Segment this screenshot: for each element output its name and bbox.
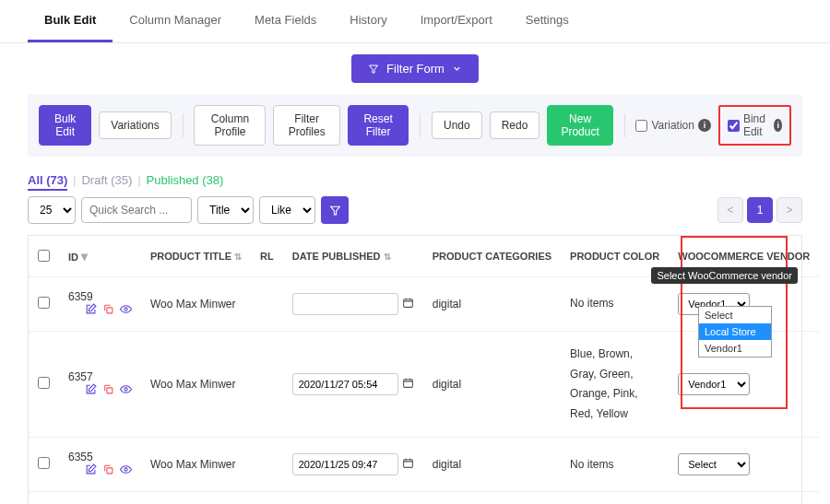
- table-row: 6355Woo Max MinwerdigitalNo itemsSelect: [29, 438, 819, 492]
- row-title[interactable]: Woo Max Minwer: [141, 438, 251, 492]
- col-vendor[interactable]: WOOCOMMERCE VENDOR: [678, 251, 810, 262]
- col-rl[interactable]: RL: [260, 251, 274, 262]
- per-page-select[interactable]: 25: [28, 196, 76, 224]
- col-date[interactable]: DATE PUBLISHED: [292, 251, 381, 262]
- row-category[interactable]: digital: [423, 438, 561, 492]
- variation-label: Variation: [651, 119, 694, 132]
- row-title[interactable]: Woo Max Minwer: [141, 277, 251, 332]
- pager-top: < 1 >: [717, 197, 802, 223]
- svg-point-3: [125, 308, 127, 311]
- fcol-rl: RL: [251, 492, 283, 504]
- variations-button[interactable]: Variations: [99, 111, 171, 139]
- title-select[interactable]: Title: [197, 196, 254, 224]
- info-icon[interactable]: i: [698, 119, 711, 132]
- bind-edit-label: Bind Edit: [743, 112, 770, 138]
- vendor-tooltip: Select WooCommerce vendor: [651, 267, 798, 284]
- copy-icon[interactable]: [102, 383, 114, 398]
- row-color[interactable]: No items: [561, 277, 669, 332]
- apply-filter-button[interactable]: [321, 196, 349, 224]
- variation-checkbox[interactable]: [635, 120, 647, 132]
- sort-handle-icon[interactable]: ▾: [81, 249, 87, 264]
- calendar-icon[interactable]: [402, 457, 414, 472]
- row-id: 6359: [68, 290, 93, 303]
- date-input[interactable]: [292, 293, 398, 315]
- status-filter[interactable]: Published (38): [147, 173, 224, 187]
- top-tabs: Bulk EditColumn ManagerMeta FieldsHistor…: [0, 0, 830, 43]
- date-input[interactable]: [292, 373, 398, 395]
- col-id[interactable]: ID: [68, 252, 78, 263]
- status-filter[interactable]: Draft (35): [81, 173, 132, 187]
- dropdown-option[interactable]: Select: [699, 307, 771, 323]
- select-all-checkbox[interactable]: [38, 250, 50, 262]
- col-cat[interactable]: PRODUCT CATEGORIES: [433, 251, 551, 262]
- row-category[interactable]: digital: [423, 277, 561, 332]
- new-product-button[interactable]: New Product: [547, 105, 612, 146]
- copy-icon[interactable]: [102, 303, 114, 318]
- tab-meta-fields[interactable]: Meta Fields: [238, 0, 333, 42]
- bind-edit-checkbox-wrap[interactable]: Bind Edit i: [728, 112, 782, 138]
- svg-rect-5: [107, 388, 113, 393]
- fcol-id: ID: [59, 492, 141, 504]
- products-table-wrap: Select WooCommerce vendor SelectLocal St…: [28, 235, 802, 504]
- view-icon[interactable]: [120, 303, 132, 318]
- filter-profiles-button[interactable]: Filter Profiles: [273, 105, 339, 146]
- row-color[interactable]: No items: [561, 438, 669, 492]
- pager-prev[interactable]: <: [717, 197, 743, 223]
- funnel-icon: [368, 64, 379, 75]
- quick-search-input[interactable]: [81, 197, 192, 223]
- sort-icon[interactable]: ⇅: [384, 252, 391, 262]
- reset-filter-button[interactable]: Reset Filter: [348, 105, 409, 146]
- fcol-vendor: WOOCOMMERCE .: [669, 492, 819, 504]
- variation-checkbox-wrap[interactable]: Variation i: [635, 119, 710, 132]
- tab-history[interactable]: History: [333, 0, 403, 42]
- view-icon[interactable]: [120, 463, 132, 478]
- info-icon[interactable]: i: [774, 119, 782, 132]
- svg-marker-1: [330, 206, 339, 215]
- fcol-title: PRODUCT TITLE: [141, 492, 251, 504]
- svg-point-9: [125, 468, 127, 471]
- row-id: 6357: [68, 370, 93, 383]
- tab-column-manager[interactable]: Column Manager: [113, 0, 238, 42]
- row-color[interactable]: Blue, Brown, Gray, Green, Orange, Pink, …: [561, 332, 669, 438]
- vendor-select[interactable]: Select: [678, 453, 750, 475]
- row-checkbox[interactable]: [38, 457, 50, 469]
- date-input[interactable]: [292, 453, 398, 475]
- tab-bulk-edit[interactable]: Bulk Edit: [28, 0, 113, 42]
- view-icon[interactable]: [120, 383, 132, 398]
- col-color[interactable]: PRODUCT COLOR: [570, 251, 659, 262]
- separator: [183, 113, 184, 137]
- svg-rect-10: [403, 460, 412, 468]
- pager-next[interactable]: >: [777, 197, 802, 223]
- row-title[interactable]: Woo Max Minwer: [141, 332, 251, 438]
- pager-current[interactable]: 1: [747, 197, 773, 223]
- tab-settings[interactable]: Settings: [509, 0, 586, 42]
- like-select[interactable]: Like: [259, 196, 315, 224]
- edit-icon[interactable]: [85, 303, 97, 318]
- sort-icon[interactable]: ⇅: [234, 252, 242, 262]
- svg-rect-4: [403, 299, 412, 308]
- row-checkbox[interactable]: [38, 377, 50, 389]
- calendar-icon[interactable]: [402, 297, 414, 311]
- col-title[interactable]: PRODUCT TITLE: [150, 251, 231, 262]
- edit-icon[interactable]: [85, 383, 97, 398]
- undo-button[interactable]: Undo: [432, 111, 482, 139]
- copy-icon[interactable]: [102, 463, 114, 478]
- bind-edit-checkbox[interactable]: [728, 120, 740, 132]
- dropdown-option[interactable]: Vendor1: [699, 340, 771, 357]
- row-category[interactable]: digital: [423, 332, 561, 438]
- calendar-icon[interactable]: [402, 377, 414, 392]
- row-checkbox[interactable]: [38, 297, 50, 309]
- dropdown-option[interactable]: Local Store: [699, 323, 771, 340]
- redo-button[interactable]: Redo: [490, 111, 540, 139]
- filter-form-button[interactable]: Filter Form: [351, 54, 479, 83]
- vendor-select[interactable]: Vendor1: [678, 373, 750, 395]
- column-profile-button[interactable]: Column Profile: [194, 105, 266, 146]
- bulk-edit-button[interactable]: Bulk Edit: [39, 105, 91, 146]
- tab-import-export[interactable]: Import/Export: [404, 0, 509, 42]
- action-toolbar: Bulk Edit Variations Column Profile Filt…: [28, 94, 802, 157]
- edit-icon[interactable]: [85, 463, 97, 478]
- vendor-dropdown[interactable]: SelectLocal StoreVendor1: [698, 306, 772, 357]
- status-filter[interactable]: All (73): [28, 173, 67, 191]
- filter-form-label: Filter Form: [386, 62, 445, 76]
- fcol-color: PRODUCT COLO.: [561, 492, 669, 504]
